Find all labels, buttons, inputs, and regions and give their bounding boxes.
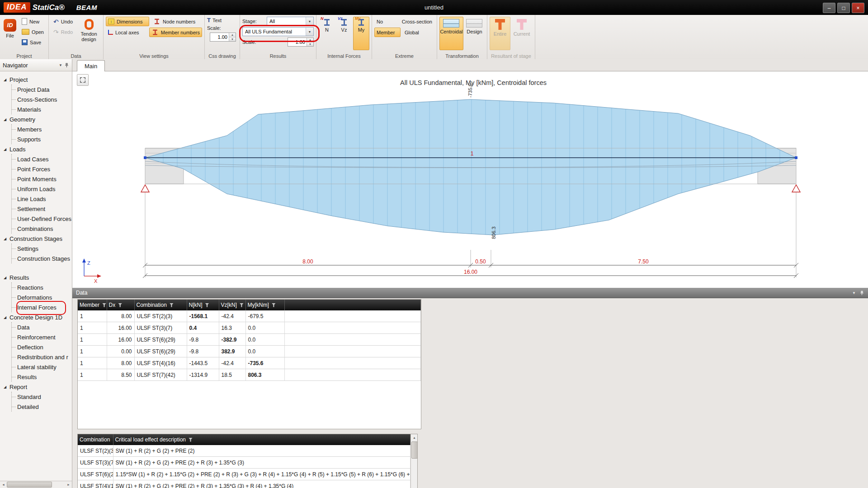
chevron-down-icon[interactable]: ▼: [59, 63, 62, 67]
expander-icon[interactable]: ◢: [3, 117, 7, 122]
redo-button[interactable]: ↷ Redo: [51, 27, 75, 37]
scroll-left-icon[interactable]: ◄: [0, 483, 7, 486]
design-button[interactable]: Design: [464, 17, 485, 50]
expander-icon[interactable]: ◢: [3, 276, 7, 280]
expander-icon[interactable]: ◢: [3, 237, 7, 241]
nav-item-settings[interactable]: Settings: [12, 244, 72, 253]
tab-main[interactable]: Main: [77, 60, 105, 71]
results-scale-spinner[interactable]: 1.00 ▲ ▼: [288, 38, 314, 47]
file-button[interactable]: ID File: [2, 17, 18, 50]
extreme-member-button[interactable]: Member: [374, 28, 401, 37]
node-numbers-toggle[interactable]: Node numbers: [151, 17, 198, 26]
column-header-member[interactable]: Member: [78, 300, 107, 310]
scrollbar-thumb[interactable]: [7, 482, 52, 488]
data-panel-header[interactable]: Data ▼: [72, 288, 868, 298]
combinations-table-row[interactable]: ULSF ST(2)(3)SW (1) + R (2) + G (2) + PR…: [78, 445, 410, 457]
nav-item-members[interactable]: Members: [12, 124, 72, 134]
results-table-row[interactable]: 10.00ULSF ST(6)(29)-9.8382.90.0: [78, 346, 421, 357]
nav-item-uniform-loads[interactable]: Uniform Loads: [12, 184, 72, 194]
combination-select[interactable]: All ULS Fundamental ▼: [242, 27, 314, 36]
column-header-dx[interactable]: Dx: [107, 300, 134, 310]
scroll-right-icon[interactable]: ►: [65, 483, 72, 486]
results-table-row[interactable]: 116.00ULSF ST(3)(7)0.416.30.0: [78, 322, 421, 334]
tendon-design-button[interactable]: Tendon design: [77, 17, 101, 50]
filter-icon[interactable]: [189, 438, 193, 442]
undo-button[interactable]: ↶ Undo: [51, 17, 75, 26]
css-scale-spinner[interactable]: 1.00 ▲ ▼: [210, 33, 236, 42]
expander-icon[interactable]: ◢: [3, 315, 7, 319]
results-table-row[interactable]: 18.00ULSF ST(2)(3)-1568.1-42.4-679.5: [78, 310, 421, 322]
expander-icon[interactable]: ◢: [3, 78, 7, 82]
expander-icon[interactable]: ◢: [3, 147, 7, 151]
entire-button[interactable]: Entire: [490, 17, 510, 50]
column-header-combination[interactable]: Combination: [134, 300, 187, 310]
nav-item-internal-forces[interactable]: Internal Forces: [12, 302, 72, 312]
nav-item-deformations[interactable]: Deformations: [12, 292, 72, 302]
nav-section-loads[interactable]: ◢Loads: [3, 144, 72, 154]
member-numbers-toggle[interactable]: Member numbers: [149, 28, 202, 37]
expand-view-button[interactable]: [77, 74, 89, 86]
combinations-table-row[interactable]: ULSF ST(3)(7)SW (1) + R (2) + G (2) + PR…: [78, 457, 410, 469]
nav-section-geometry[interactable]: ◢Geometry: [3, 114, 72, 124]
nav-item-load-cases[interactable]: Load Cases: [12, 154, 72, 164]
column-header-n-kn[interactable]: N[kN]: [187, 300, 219, 310]
chevron-down-icon[interactable]: ▼: [852, 291, 856, 295]
filter-icon[interactable]: [205, 303, 209, 307]
navigator-horizontal-scrollbar[interactable]: ◄ ►: [0, 481, 72, 488]
combinations-table-row[interactable]: ULSF ST(6)(29)1.15*SW (1) + R (2) + 1.15…: [78, 469, 410, 480]
spinner-up-icon[interactable]: ▲: [229, 33, 236, 38]
pin-icon[interactable]: [64, 63, 69, 68]
nav-section-project[interactable]: ◢Project: [3, 75, 72, 84]
extreme-cross-section-button[interactable]: Cross-section: [400, 17, 434, 26]
force-vz-button[interactable]: Vz Vz: [336, 17, 352, 50]
current-button[interactable]: Current: [511, 17, 532, 50]
force-n-button[interactable]: N N: [319, 17, 335, 50]
nav-item-user-defined-forces[interactable]: User-Defined Forces: [12, 214, 72, 224]
nav-item-results[interactable]: Results: [12, 372, 72, 382]
filter-icon[interactable]: [118, 303, 122, 307]
results-table-row[interactable]: 18.00ULSF ST(4)(16)-1443.5-42.4-735.6: [78, 357, 421, 369]
filter-icon[interactable]: [102, 303, 106, 307]
chevron-down-icon[interactable]: ▼: [306, 17, 313, 25]
nav-section-results[interactable]: ◢Results: [3, 272, 72, 282]
nav-item-data[interactable]: Data: [12, 322, 72, 332]
combinations-table-row[interactable]: ULSF ST(4)(16)SW (1) + R (2) + G (2) + P…: [78, 480, 410, 488]
pin-icon[interactable]: [859, 291, 864, 296]
column-header-critical-load-effect-description[interactable]: Critical load effect description: [113, 434, 410, 445]
column-header-my-knm[interactable]: My[kNm]: [245, 300, 284, 310]
stage-select[interactable]: All ▼: [267, 17, 314, 26]
nav-item-lateral-stability[interactable]: Lateral stability: [12, 362, 72, 372]
force-my-button[interactable]: My My: [353, 17, 369, 50]
diagram-canvas[interactable]: All ULS Fundamental, My [kNm], Centroida…: [72, 71, 868, 288]
nav-item-supports[interactable]: Supports: [12, 134, 72, 144]
nav-item-materials[interactable]: Materials: [12, 104, 72, 114]
maximize-button[interactable]: □: [837, 3, 850, 13]
nav-item-project-data[interactable]: Project Data: [12, 84, 72, 94]
node-marker[interactable]: [795, 156, 797, 159]
minimize-button[interactable]: –: [823, 3, 835, 13]
dimensions-toggle[interactable]: ↕ Dimensions: [106, 17, 149, 26]
filter-icon[interactable]: [170, 303, 174, 307]
chevron-down-icon[interactable]: ▼: [306, 28, 313, 36]
scroll-up-icon[interactable]: ▲: [413, 434, 416, 441]
extreme-global-button[interactable]: Global: [402, 28, 421, 37]
nav-item-redistribution-and-r[interactable]: Redistribution and r: [12, 352, 72, 362]
node-marker[interactable]: [144, 156, 146, 159]
column-header-vz-kn[interactable]: Vz[kN]: [219, 300, 245, 310]
scrollbar-thumb[interactable]: [411, 441, 418, 459]
spinner-down-icon[interactable]: ▼: [307, 42, 313, 47]
nav-item-construction-stages[interactable]: Construction Stages: [12, 253, 72, 263]
open-button[interactable]: Open: [19, 27, 46, 37]
nav-item-combinations[interactable]: Combinations: [12, 224, 72, 234]
column-header-combination[interactable]: Combination: [78, 434, 113, 445]
results-table-row[interactable]: 18.50ULSF ST(7)(42)-1314.918.5806.3: [78, 369, 421, 381]
filter-icon[interactable]: [272, 303, 276, 307]
nav-item-deflection[interactable]: Deflection: [12, 342, 72, 352]
new-button[interactable]: New: [19, 17, 46, 26]
results-table-row[interactable]: 116.00ULSF ST(6)(29)-9.8-382.90.0: [78, 334, 421, 346]
nav-item-point-moments[interactable]: Point Moments: [12, 174, 72, 184]
filter-icon[interactable]: [240, 303, 244, 307]
extreme-no-button[interactable]: No: [374, 17, 398, 26]
nav-item-settlement[interactable]: Settlement: [12, 204, 72, 214]
close-button[interactable]: ×: [852, 3, 864, 13]
